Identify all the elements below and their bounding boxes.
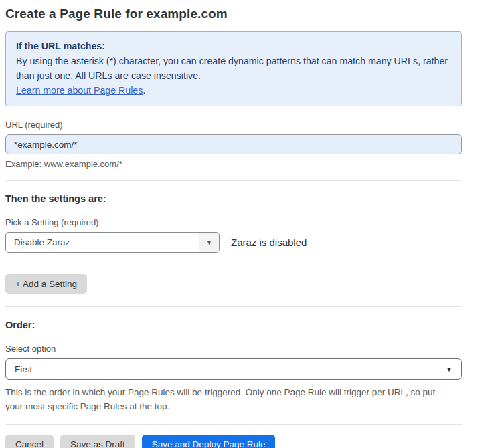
url-input[interactable] xyxy=(5,134,462,154)
url-match-info-box: If the URL matches: By using the asteris… xyxy=(5,31,462,106)
chevron-down-icon: ▼ xyxy=(206,239,212,246)
save-and-deploy-button[interactable]: Save and Deploy Page Rule xyxy=(142,435,276,448)
save-as-draft-button[interactable]: Save as Draft xyxy=(60,435,135,448)
page-rule-form: Create a Page Rule for example.com If th… xyxy=(0,0,467,448)
setting-picker-value: Disable Zaraz xyxy=(6,233,199,252)
divider xyxy=(5,424,462,425)
add-setting-button[interactable]: + Add a Setting xyxy=(5,274,87,294)
link-period: . xyxy=(143,85,145,96)
divider xyxy=(5,180,462,181)
url-example-hint: Example: www.example.com/* xyxy=(5,159,467,169)
order-select-value: First xyxy=(15,364,32,374)
divider xyxy=(5,306,462,307)
picker-label: Pick a Setting (required) xyxy=(5,217,467,227)
chevron-down-icon: ▼ xyxy=(446,366,452,373)
footer-actions: Cancel Save as Draft Save and Deploy Pag… xyxy=(5,435,467,448)
page-title: Create a Page Rule for example.com xyxy=(5,7,467,21)
learn-more-link[interactable]: Learn more about Page Rules xyxy=(16,85,143,96)
order-section-heading: Order: xyxy=(5,320,467,330)
cancel-button[interactable]: Cancel xyxy=(5,435,54,448)
settings-section-heading: Then the settings are: xyxy=(5,193,467,204)
setting-status-text: Zaraz is disabled xyxy=(231,237,307,248)
order-help-text: This is the order in which your Page Rul… xyxy=(5,385,455,413)
info-box-link-line: Learn more about Page Rules. xyxy=(16,83,451,98)
order-select[interactable]: First ▼ xyxy=(5,358,462,380)
dropdown-arrow-button[interactable]: ▼ xyxy=(199,233,219,252)
url-field-label: URL (required) xyxy=(5,120,467,130)
info-box-heading: If the URL matches: xyxy=(16,39,451,53)
info-box-body: By using the asterisk (*) character, you… xyxy=(16,53,451,83)
setting-picker-dropdown[interactable]: Disable Zaraz ▼ xyxy=(5,232,220,253)
order-select-label: Select option xyxy=(5,344,467,354)
setting-picker-row: Disable Zaraz ▼ Zaraz is disabled xyxy=(5,232,467,253)
